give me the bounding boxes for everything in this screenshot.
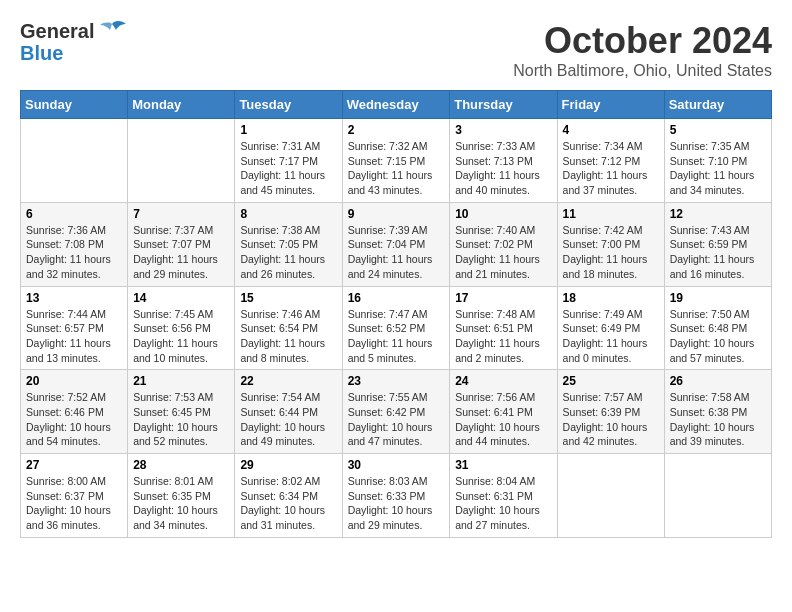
- calendar-cell: 27Sunrise: 8:00 AM Sunset: 6:37 PM Dayli…: [21, 454, 128, 538]
- day-info: Sunrise: 8:03 AM Sunset: 6:33 PM Dayligh…: [348, 474, 445, 533]
- weekday-header-wednesday: Wednesday: [342, 91, 450, 119]
- day-info: Sunrise: 7:34 AM Sunset: 7:12 PM Dayligh…: [563, 139, 659, 198]
- calendar-cell: 6Sunrise: 7:36 AM Sunset: 7:08 PM Daylig…: [21, 202, 128, 286]
- calendar-cell: [21, 119, 128, 203]
- day-info: Sunrise: 7:50 AM Sunset: 6:48 PM Dayligh…: [670, 307, 766, 366]
- day-info: Sunrise: 7:46 AM Sunset: 6:54 PM Dayligh…: [240, 307, 336, 366]
- calendar-cell: 31Sunrise: 8:04 AM Sunset: 6:31 PM Dayli…: [450, 454, 557, 538]
- day-info: Sunrise: 7:39 AM Sunset: 7:04 PM Dayligh…: [348, 223, 445, 282]
- weekday-header-row: SundayMondayTuesdayWednesdayThursdayFrid…: [21, 91, 772, 119]
- day-info: Sunrise: 8:04 AM Sunset: 6:31 PM Dayligh…: [455, 474, 551, 533]
- day-info: Sunrise: 8:00 AM Sunset: 6:37 PM Dayligh…: [26, 474, 122, 533]
- calendar-cell: 2Sunrise: 7:32 AM Sunset: 7:15 PM Daylig…: [342, 119, 450, 203]
- weekday-header-saturday: Saturday: [664, 91, 771, 119]
- month-title: October 2024: [513, 20, 772, 62]
- day-number: 5: [670, 123, 766, 137]
- day-info: Sunrise: 7:53 AM Sunset: 6:45 PM Dayligh…: [133, 390, 229, 449]
- weekday-header-tuesday: Tuesday: [235, 91, 342, 119]
- day-info: Sunrise: 7:57 AM Sunset: 6:39 PM Dayligh…: [563, 390, 659, 449]
- weekday-header-thursday: Thursday: [450, 91, 557, 119]
- weekday-header-monday: Monday: [128, 91, 235, 119]
- day-info: Sunrise: 7:35 AM Sunset: 7:10 PM Dayligh…: [670, 139, 766, 198]
- day-number: 6: [26, 207, 122, 221]
- logo: General Blue: [20, 20, 126, 64]
- day-number: 8: [240, 207, 336, 221]
- day-number: 9: [348, 207, 445, 221]
- calendar-cell: 11Sunrise: 7:42 AM Sunset: 7:00 PM Dayli…: [557, 202, 664, 286]
- day-info: Sunrise: 7:54 AM Sunset: 6:44 PM Dayligh…: [240, 390, 336, 449]
- title-section: October 2024 North Baltimore, Ohio, Unit…: [513, 20, 772, 80]
- calendar-week-row: 1Sunrise: 7:31 AM Sunset: 7:17 PM Daylig…: [21, 119, 772, 203]
- day-info: Sunrise: 7:47 AM Sunset: 6:52 PM Dayligh…: [348, 307, 445, 366]
- day-number: 24: [455, 374, 551, 388]
- day-number: 13: [26, 291, 122, 305]
- day-number: 20: [26, 374, 122, 388]
- calendar-cell: 16Sunrise: 7:47 AM Sunset: 6:52 PM Dayli…: [342, 286, 450, 370]
- day-info: Sunrise: 7:45 AM Sunset: 6:56 PM Dayligh…: [133, 307, 229, 366]
- day-number: 31: [455, 458, 551, 472]
- calendar-week-row: 27Sunrise: 8:00 AM Sunset: 6:37 PM Dayli…: [21, 454, 772, 538]
- day-number: 14: [133, 291, 229, 305]
- day-number: 26: [670, 374, 766, 388]
- calendar-cell: [557, 454, 664, 538]
- day-number: 25: [563, 374, 659, 388]
- calendar-cell: 30Sunrise: 8:03 AM Sunset: 6:33 PM Dayli…: [342, 454, 450, 538]
- day-info: Sunrise: 7:58 AM Sunset: 6:38 PM Dayligh…: [670, 390, 766, 449]
- calendar-cell: 18Sunrise: 7:49 AM Sunset: 6:49 PM Dayli…: [557, 286, 664, 370]
- day-info: Sunrise: 7:42 AM Sunset: 7:00 PM Dayligh…: [563, 223, 659, 282]
- day-number: 22: [240, 374, 336, 388]
- day-number: 11: [563, 207, 659, 221]
- calendar-cell: 25Sunrise: 7:57 AM Sunset: 6:39 PM Dayli…: [557, 370, 664, 454]
- calendar-cell: [664, 454, 771, 538]
- day-info: Sunrise: 7:48 AM Sunset: 6:51 PM Dayligh…: [455, 307, 551, 366]
- day-number: 19: [670, 291, 766, 305]
- day-info: Sunrise: 7:43 AM Sunset: 6:59 PM Dayligh…: [670, 223, 766, 282]
- day-info: Sunrise: 7:36 AM Sunset: 7:08 PM Dayligh…: [26, 223, 122, 282]
- calendar-cell: 8Sunrise: 7:38 AM Sunset: 7:05 PM Daylig…: [235, 202, 342, 286]
- day-number: 2: [348, 123, 445, 137]
- calendar-cell: 3Sunrise: 7:33 AM Sunset: 7:13 PM Daylig…: [450, 119, 557, 203]
- day-info: Sunrise: 7:33 AM Sunset: 7:13 PM Dayligh…: [455, 139, 551, 198]
- calendar-cell: [128, 119, 235, 203]
- calendar-cell: 14Sunrise: 7:45 AM Sunset: 6:56 PM Dayli…: [128, 286, 235, 370]
- calendar-cell: 28Sunrise: 8:01 AM Sunset: 6:35 PM Dayli…: [128, 454, 235, 538]
- weekday-header-sunday: Sunday: [21, 91, 128, 119]
- calendar-cell: 12Sunrise: 7:43 AM Sunset: 6:59 PM Dayli…: [664, 202, 771, 286]
- day-number: 18: [563, 291, 659, 305]
- calendar-cell: 22Sunrise: 7:54 AM Sunset: 6:44 PM Dayli…: [235, 370, 342, 454]
- day-info: Sunrise: 7:40 AM Sunset: 7:02 PM Dayligh…: [455, 223, 551, 282]
- logo-text-general: General: [20, 20, 94, 42]
- calendar-cell: 7Sunrise: 7:37 AM Sunset: 7:07 PM Daylig…: [128, 202, 235, 286]
- calendar-cell: 21Sunrise: 7:53 AM Sunset: 6:45 PM Dayli…: [128, 370, 235, 454]
- calendar-cell: 23Sunrise: 7:55 AM Sunset: 6:42 PM Dayli…: [342, 370, 450, 454]
- day-number: 17: [455, 291, 551, 305]
- day-info: Sunrise: 7:49 AM Sunset: 6:49 PM Dayligh…: [563, 307, 659, 366]
- day-number: 4: [563, 123, 659, 137]
- day-number: 16: [348, 291, 445, 305]
- day-info: Sunrise: 8:02 AM Sunset: 6:34 PM Dayligh…: [240, 474, 336, 533]
- calendar-cell: 20Sunrise: 7:52 AM Sunset: 6:46 PM Dayli…: [21, 370, 128, 454]
- day-info: Sunrise: 7:55 AM Sunset: 6:42 PM Dayligh…: [348, 390, 445, 449]
- day-info: Sunrise: 7:37 AM Sunset: 7:07 PM Dayligh…: [133, 223, 229, 282]
- day-number: 1: [240, 123, 336, 137]
- day-number: 10: [455, 207, 551, 221]
- page-header: General Blue October 2024 North Baltimor…: [20, 20, 772, 80]
- calendar-week-row: 13Sunrise: 7:44 AM Sunset: 6:57 PM Dayli…: [21, 286, 772, 370]
- calendar-week-row: 6Sunrise: 7:36 AM Sunset: 7:08 PM Daylig…: [21, 202, 772, 286]
- calendar-cell: 26Sunrise: 7:58 AM Sunset: 6:38 PM Dayli…: [664, 370, 771, 454]
- logo-bird-icon: [98, 20, 126, 42]
- day-number: 28: [133, 458, 229, 472]
- day-info: Sunrise: 8:01 AM Sunset: 6:35 PM Dayligh…: [133, 474, 229, 533]
- calendar-cell: 19Sunrise: 7:50 AM Sunset: 6:48 PM Dayli…: [664, 286, 771, 370]
- day-number: 21: [133, 374, 229, 388]
- calendar-cell: 24Sunrise: 7:56 AM Sunset: 6:41 PM Dayli…: [450, 370, 557, 454]
- day-number: 12: [670, 207, 766, 221]
- calendar-cell: 29Sunrise: 8:02 AM Sunset: 6:34 PM Dayli…: [235, 454, 342, 538]
- calendar-cell: 13Sunrise: 7:44 AM Sunset: 6:57 PM Dayli…: [21, 286, 128, 370]
- day-number: 27: [26, 458, 122, 472]
- day-info: Sunrise: 7:44 AM Sunset: 6:57 PM Dayligh…: [26, 307, 122, 366]
- calendar-cell: 1Sunrise: 7:31 AM Sunset: 7:17 PM Daylig…: [235, 119, 342, 203]
- calendar-cell: 4Sunrise: 7:34 AM Sunset: 7:12 PM Daylig…: [557, 119, 664, 203]
- day-info: Sunrise: 7:52 AM Sunset: 6:46 PM Dayligh…: [26, 390, 122, 449]
- calendar-cell: 15Sunrise: 7:46 AM Sunset: 6:54 PM Dayli…: [235, 286, 342, 370]
